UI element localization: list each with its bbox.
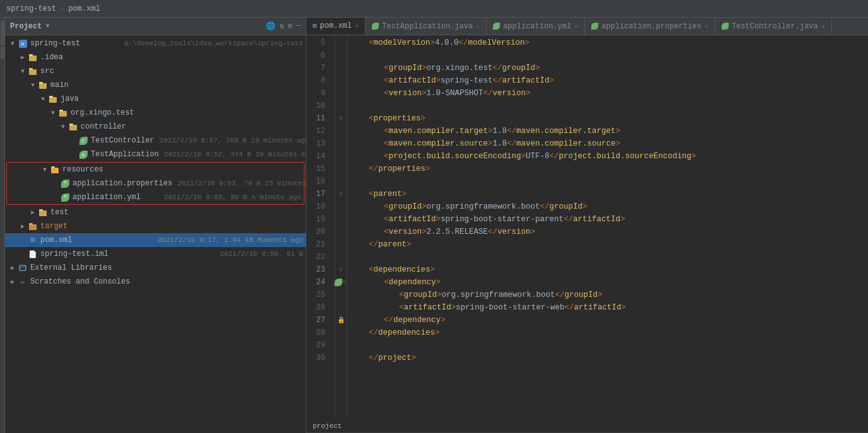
ln-6: 6 bbox=[306, 49, 329, 62]
tree-iml-label: spring-test.iml bbox=[40, 250, 215, 258]
tree-java-label: java bbox=[61, 95, 303, 103]
tree-TestController[interactable]: C TestController 2021/2/10 8:57, 768 B 1… bbox=[5, 134, 306, 147]
sidebar-strip-item bbox=[1, 20, 4, 45]
code-line-13: <maven.compiler.source>1.8</maven.compil… bbox=[354, 137, 868, 150]
tree-resources[interactable]: ▼ resources bbox=[7, 163, 304, 176]
ln-12: 12 bbox=[306, 125, 329, 137]
tab-props-close[interactable]: ✕ bbox=[705, 23, 709, 30]
code-line-19: <artifactId>spring-boot-starter-parent</… bbox=[354, 213, 868, 226]
tab-yml-close[interactable]: ✕ bbox=[574, 23, 578, 30]
tree-no-arrow-pom bbox=[18, 235, 28, 245]
tree-main[interactable]: ▼ main bbox=[5, 78, 306, 92]
ln-23: 23 bbox=[306, 263, 329, 276]
tree-iml[interactable]: 📄 spring-test.iml 2021/2/10 8:50, 81 B bbox=[5, 247, 306, 261]
tree-external-libs[interactable]: ▶ External Libraries bbox=[5, 261, 306, 275]
editor-gutter: ▽ ▽ ▽ ▽ 🔒 bbox=[335, 35, 347, 419]
tree-app-props-label: application.properties bbox=[72, 179, 172, 188]
code-line-9: <version>1.0-SNAPSHOT</version> bbox=[354, 87, 868, 100]
tree-scratches[interactable]: ▶ ✏️ Scratches and Consoles bbox=[5, 275, 306, 289]
code-line-22 bbox=[354, 251, 868, 263]
svg-rect-14 bbox=[39, 211, 47, 216]
ln-22: 22 bbox=[306, 251, 329, 263]
tree-no-arrow-2 bbox=[68, 149, 78, 159]
tree-arrow-extlibs: ▶ bbox=[8, 263, 18, 273]
svg-rect-16 bbox=[29, 224, 37, 230]
folder-main-icon bbox=[38, 80, 48, 90]
tab-yml-icon bbox=[493, 23, 500, 30]
package-ctrl-icon bbox=[68, 122, 78, 132]
tree-TestApplication[interactable]: A TestApplication 2021/2/10 8:52, 374 B … bbox=[5, 147, 306, 161]
ln-29: 29 bbox=[306, 339, 329, 352]
code-line-29 bbox=[354, 339, 868, 352]
tree-org[interactable]: ▼ org.xingo.test bbox=[5, 106, 306, 120]
svg-rect-7 bbox=[49, 96, 53, 98]
svg-rect-8 bbox=[59, 111, 67, 117]
tree-no-arrow-4 bbox=[50, 192, 60, 202]
code-editor[interactable]: <modelVersion>4.0.0</modelVersion> <grou… bbox=[347, 35, 868, 419]
tab-props-icon bbox=[591, 23, 598, 30]
project-dropdown-arrow[interactable]: ▼ bbox=[45, 23, 49, 30]
tree-controller[interactable]: ▼ controller bbox=[5, 120, 306, 134]
tab-TestController[interactable]: TestController.java ✕ bbox=[715, 18, 832, 35]
tab-app-yml[interactable]: application.yml ✕ bbox=[487, 18, 585, 35]
tree-target[interactable]: ▶ target bbox=[5, 219, 306, 233]
ln-28: 28 bbox=[306, 326, 329, 339]
folder-test-icon bbox=[38, 207, 48, 217]
tab-pom-xml[interactable]: m pom.xml ✕ bbox=[306, 18, 366, 35]
tab-bar: m pom.xml ✕ TestApplication.java ✕ appli… bbox=[306, 18, 868, 35]
sort-icon[interactable]: ⇅ bbox=[279, 21, 284, 31]
tab-ctrl-close[interactable]: ✕ bbox=[821, 23, 825, 30]
code-line-11: <properties> bbox=[354, 112, 868, 125]
tab-props-label: application.properties bbox=[601, 22, 701, 31]
sidebar-strip bbox=[0, 18, 5, 433]
folder-idea-icon bbox=[28, 52, 38, 62]
title-sep: › bbox=[60, 4, 64, 13]
tree-TestController-label: TestController bbox=[91, 136, 154, 145]
code-line-15: </properties> bbox=[354, 163, 868, 175]
tree-src[interactable]: ▼ src bbox=[5, 64, 306, 78]
tree-app-yml[interactable]: 🍃 application.yml 2021/2/10 9:03, 89 B A… bbox=[7, 190, 304, 204]
tab-yml-label: application.yml bbox=[503, 22, 571, 31]
tree-idea[interactable]: ▶ .idea bbox=[5, 50, 306, 64]
tab-TestApplication[interactable]: TestApplication.java ✕ bbox=[366, 18, 487, 35]
minimize-icon[interactable]: — bbox=[296, 21, 301, 31]
breadcrumb-item-project[interactable]: project bbox=[313, 422, 342, 430]
line-numbers: 5 6 7 8 9 10 11 12 13 14 15 16 17 18 19 … bbox=[306, 35, 335, 419]
code-line-5: <modelVersion>4.0.0</modelVersion> bbox=[354, 37, 868, 49]
tree-container[interactable]: ▼ m spring-test G:\develop_tools\idea_wo… bbox=[5, 35, 306, 433]
fold-23[interactable]: ▽ bbox=[335, 263, 347, 276]
ln-16: 16 bbox=[306, 175, 329, 188]
tab-pom-icon: m bbox=[313, 22, 317, 30]
tab-app-props[interactable]: application.properties ✕ bbox=[585, 18, 715, 35]
tree-arrow-test: ▶ bbox=[28, 207, 38, 217]
xml-file-icon: m bbox=[28, 235, 38, 245]
tab-pom-close[interactable]: ✕ bbox=[355, 22, 359, 30]
folder-src-icon bbox=[28, 66, 38, 76]
java-spring-icon-1: C bbox=[78, 136, 88, 146]
svg-rect-5 bbox=[39, 82, 43, 84]
editor-content: 5 6 7 8 9 10 11 12 13 14 15 16 17 18 19 … bbox=[306, 35, 868, 419]
tree-root-label: spring-test bbox=[30, 39, 119, 48]
fold-24[interactable]: ▽ bbox=[343, 279, 347, 286]
code-line-14: <project.build.sourceEncoding>UTF-8</pro… bbox=[354, 150, 868, 163]
tree-arrow-src: ▼ bbox=[18, 66, 28, 76]
tab-testapp-close[interactable]: ✕ bbox=[476, 23, 480, 30]
gear-icon[interactable]: ⚙ bbox=[288, 21, 292, 31]
globe-icon[interactable]: 🌐 bbox=[266, 21, 275, 31]
tree-pom-xml[interactable]: m pom.xml 2021/2/10 9:17, 1.04 kB Moment… bbox=[5, 233, 306, 247]
ln-30: 30 bbox=[306, 352, 329, 364]
tree-app-props[interactable]: 🍃 application.properties 2021/2/10 9:03,… bbox=[7, 176, 304, 190]
tree-java[interactable]: ▼ java bbox=[5, 92, 306, 106]
fold-17[interactable]: ▽ bbox=[335, 188, 347, 200]
code-line-24: <dependency> bbox=[354, 276, 868, 289]
tree-pom-label: pom.xml bbox=[40, 236, 153, 245]
svg-rect-0 bbox=[29, 55, 37, 61]
tab-pom-label: pom.xml bbox=[320, 21, 352, 30]
fold-11[interactable]: ▽ bbox=[335, 112, 347, 125]
project-header-icons: 🌐 ⇅ ⚙ — bbox=[266, 21, 301, 31]
ln-17: 17 bbox=[306, 188, 329, 200]
ext-lib-icon bbox=[18, 263, 28, 273]
tree-test[interactable]: ▶ test bbox=[5, 205, 306, 219]
code-line-8: <artifactId>spring-test</artifactId> bbox=[354, 74, 868, 87]
tree-root[interactable]: ▼ m spring-test G:\develop_tools\idea_wo… bbox=[5, 37, 306, 50]
